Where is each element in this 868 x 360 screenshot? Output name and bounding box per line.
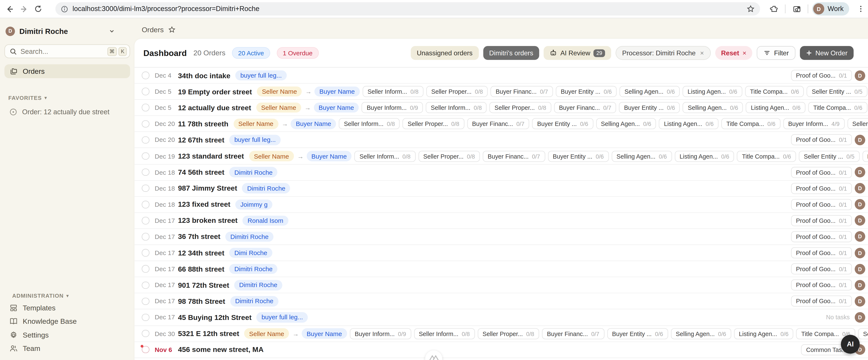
ai-assistant-button[interactable]: AI	[841, 335, 860, 354]
table-row[interactable]: Dec 1745 Buying 12th Streetbuyer full le…	[134, 309, 868, 326]
task-chip[interactable]: Proof of Goo...0/1	[791, 134, 852, 145]
table-row[interactable]: Dec 2011 78th streethSeller Name→Buyer N…	[134, 116, 868, 132]
task-chip[interactable]: Seller Inform...0/8	[363, 86, 424, 97]
assignee-avatar[interactable]: D	[855, 248, 865, 258]
seller-tag[interactable]: Seller Name	[233, 119, 278, 129]
table-row[interactable]: Dec 519 Empty order streetSeller Name→Bu…	[134, 84, 868, 100]
row-checkbox[interactable]	[142, 72, 149, 79]
row-checkbox[interactable]	[142, 313, 149, 321]
browser-menu-icon[interactable]	[854, 2, 868, 16]
row-checkbox[interactable]	[142, 233, 149, 241]
row-checkbox[interactable]	[142, 169, 149, 176]
favorites-section-header[interactable]: FAVORITES ▾	[8, 95, 126, 101]
task-chip[interactable]: Title Compa...0/6	[808, 102, 867, 113]
filter-button[interactable]: Filter	[757, 46, 795, 60]
task-chip[interactable]: Title Compa...0/6	[745, 86, 804, 97]
task-chip[interactable]: Buyer Financ...0/7	[467, 118, 529, 129]
task-chip[interactable]: Selling Agen...0/6	[619, 86, 680, 97]
row-checkbox[interactable]	[142, 136, 149, 143]
ai-review-button[interactable]: AI Review 29	[544, 46, 611, 60]
task-chip[interactable]: Buyer Entity ...0/6	[532, 118, 593, 129]
task-chip[interactable]: Seller Entity ...0/5	[858, 328, 868, 339]
task-chip[interactable]: Seller Inform...0/8	[414, 328, 475, 339]
assignee-tag[interactable]: Buyer Name	[314, 86, 360, 97]
row-checkbox[interactable]	[142, 201, 149, 208]
url-text[interactable]: localhost:3000/dimi-lm3/processor?proces…	[73, 5, 747, 13]
assignee-avatar[interactable]: D	[855, 280, 865, 290]
my-orders-button[interactable]: Dimitri's orders	[483, 46, 539, 60]
table-row[interactable]: Dec 512 actually due streetSeller Name→B…	[134, 100, 868, 116]
table-row[interactable]: Dec 19123 standard streetSeller Name→Buy…	[134, 148, 868, 164]
task-chip[interactable]: Proof of Goo...0/1	[791, 263, 852, 274]
row-checkbox[interactable]	[142, 346, 149, 353]
task-chip[interactable]: Seller Proper...0/8	[403, 118, 464, 129]
assignee-avatar[interactable]: D	[855, 167, 865, 177]
browser-forward-icon[interactable]	[17, 2, 31, 16]
table-row[interactable]: Dec 305321 E 12th streetSeller Name→Buye…	[134, 326, 868, 342]
assignee-tag[interactable]: Ronald Isom	[243, 215, 288, 226]
task-chip[interactable]: Seller Proper...0/8	[477, 328, 539, 339]
seller-tag[interactable]: Seller Name	[256, 103, 301, 113]
task-chip[interactable]: Seller Inform...0/8	[426, 102, 487, 113]
table-row[interactable]: Dec 1712 34th streetDimi RocheProof of G…	[134, 245, 868, 261]
task-chip[interactable]: Listing Agen...0/6	[659, 118, 719, 129]
assignee-tag[interactable]: Dimi Roche	[229, 248, 272, 258]
assignee-tag[interactable]: Joimmy g	[236, 199, 273, 210]
task-chip[interactable]: Buyer Inform...0/9	[350, 328, 411, 339]
table-row[interactable]: Dec 2012 67th streetbuyer full leg...Pro…	[134, 132, 868, 148]
new-order-button[interactable]: New Order	[800, 46, 854, 60]
table-row[interactable]: Dec 17123 broken streetRonald IsomProof …	[134, 213, 868, 229]
row-checkbox[interactable]	[142, 281, 149, 289]
assignee-tag[interactable]: Dimitri Roche	[242, 183, 290, 193]
task-chip[interactable]: Listing Agen...0/6	[675, 150, 734, 162]
row-checkbox[interactable]	[142, 298, 149, 305]
table-row[interactable]: Dec 1798 78th StreetDimitri RocheProof o…	[134, 294, 868, 309]
task-chip[interactable]: Proof of Goo...0/1	[791, 247, 852, 258]
assignee-avatar[interactable]: D	[855, 312, 865, 323]
assignee-tag[interactable]: buyer full leg...	[256, 312, 308, 323]
task-chip[interactable]: Buyer Financ...0/7	[542, 328, 604, 339]
assignee-tag[interactable]: buyer full leg...	[236, 71, 287, 81]
task-chip[interactable]: Buyer Entity ...0/6	[619, 102, 680, 113]
bookmark-star-icon[interactable]	[747, 5, 755, 13]
assignee-tag[interactable]: Buyer Name	[314, 103, 359, 113]
task-chip[interactable]: Buyer Entity ...0/6	[548, 150, 609, 162]
task-chip[interactable]: Proof of Goo...0/1	[791, 199, 852, 210]
table-row[interactable]: Dec 1736 7th streetDimitri RocheProof of…	[134, 229, 868, 245]
task-chip[interactable]: Buyer Financ...0/7	[491, 86, 553, 97]
task-chip[interactable]: Title Compa...0/6	[721, 118, 781, 129]
task-chip[interactable]: Buyer Entity ...0/6	[556, 86, 617, 97]
reset-filters-button[interactable]: Reset ×	[715, 46, 752, 60]
row-checkbox[interactable]	[142, 330, 149, 337]
task-chip[interactable]: Proof of Goo...0/1	[791, 280, 852, 291]
assignee-avatar[interactable]: D	[855, 70, 865, 81]
assignee-tag[interactable]: buyer full leg...	[229, 135, 281, 145]
assignee-tag[interactable]: Dimitri Roche	[230, 296, 278, 306]
row-checkbox[interactable]	[142, 104, 149, 111]
table-row[interactable]: Dec 434th doc intakebuyer full leg...Pro…	[134, 67, 868, 84]
assignee-tag[interactable]: Buyer Name	[306, 151, 352, 161]
assignee-tag[interactable]: Dimitri Roche	[234, 280, 282, 290]
task-chip[interactable]: Selling Agen...0/6	[596, 118, 656, 129]
side-panel-icon[interactable]	[789, 2, 804, 16]
table-row[interactable]: Dec 18123 fixed streetJoimmy gProof of G…	[134, 197, 868, 213]
task-chip[interactable]: Proof of Goo...0/1	[791, 183, 852, 194]
assignee-avatar[interactable]: D	[855, 231, 865, 242]
assignee-avatar[interactable]: D	[855, 215, 865, 226]
task-chip[interactable]: Listing Agen...0/6	[734, 328, 794, 339]
task-chip[interactable]: Seller Proper...0/8	[426, 86, 488, 97]
assignee-tag[interactable]: Dimitri Roche	[225, 231, 274, 242]
task-chip[interactable]: Seller Inform...0/8	[354, 150, 415, 162]
task-chip[interactable]: Seller Entity ...0/5	[799, 150, 859, 162]
row-checkbox[interactable]	[142, 88, 149, 95]
task-chip[interactable]: Buyer Financ...0/7	[554, 102, 616, 113]
assignee-avatar[interactable]: D	[855, 199, 865, 210]
task-chip[interactable]: Selling Agen...0/6	[683, 102, 743, 113]
sidebar-item-settings[interactable]: Settings	[4, 328, 130, 342]
table-row[interactable]: Dec 1766 88th streetDimitri RocheProof o…	[134, 261, 868, 277]
assignee-avatar[interactable]: D	[855, 183, 865, 194]
workspace-switcher[interactable]: D Dimitri Roche	[5, 24, 129, 38]
overdue-badge[interactable]: 1 Overdue	[277, 47, 319, 59]
row-checkbox[interactable]	[142, 120, 149, 128]
processor-filter-chip[interactable]: Processor: Dimitri Roche ×	[615, 46, 711, 60]
